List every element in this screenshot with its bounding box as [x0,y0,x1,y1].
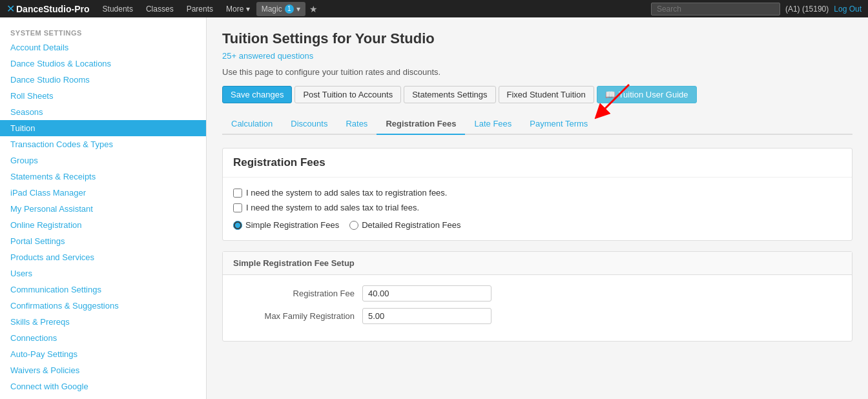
fee-row-registration-fee: Registration Fee [233,285,842,302]
sidebar-item-portal-settings[interactable]: Portal Settings [0,233,206,249]
tab-registration-fees[interactable]: Registration Fees [377,114,465,135]
sidebar-item-account-details[interactable]: Account Details [0,39,206,56]
sidebar-item-transaction-codes---types[interactable]: Transaction Codes & Types [0,136,206,152]
nav-students[interactable]: Students [96,0,140,17]
registration-fees-header: Registration Fees [223,148,852,178]
tab-rates[interactable]: Rates [336,114,377,135]
sidebar-section-title: SYSTEM SETTINGS [0,24,206,39]
nav-magic[interactable]: Magic 1 ▾ [256,2,305,16]
sidebar-item-dance-studio-rooms[interactable]: Dance Studio Rooms [0,72,206,88]
magic-dropdown-icon: ▾ [296,5,300,14]
registration-type-radio-group: Simple Registration Fees Detailed Regist… [233,220,842,230]
topnav-right: (A1) (15190) Log Out [651,3,862,15]
nav-more[interactable]: More ▾ [220,0,256,17]
fixed-student-tuition-button[interactable]: Fixed Student Tuition [499,86,594,103]
sales-tax-registration-checkbox[interactable] [233,189,242,198]
registration-fees-body: I need the system to add sales tax to re… [223,178,852,240]
nav-favorites[interactable]: ★ [305,0,322,17]
sidebar-item-online-registration[interactable]: Online Registration [0,217,206,233]
sidebar-item-roll-sheets[interactable]: Roll Sheets [0,88,206,104]
sidebar-item-statements---receipts[interactable]: Statements & Receipts [0,169,206,185]
nav-parents[interactable]: Parents [180,0,220,17]
sales-tax-trial-label: I need the system to add sales tax to tr… [246,203,419,212]
tab-late-fees[interactable]: Late Fees [465,114,521,135]
search-input[interactable] [651,3,780,15]
fee-setup-body: Registration FeeMax Family Registration [223,275,852,341]
sales-tax-registration-label: I need the system to add sales tax to re… [246,188,447,198]
logo[interactable]: ✕ DanceStudio-Pro [6,3,90,15]
sidebar-item-customize-dsp[interactable]: Customize DSP [0,394,206,399]
detailed-registration-option: Detailed Registration Fees [349,220,460,230]
detailed-registration-radio[interactable] [349,221,358,230]
sidebar-item-auto-pay-settings[interactable]: Auto-Pay Settings [0,346,206,362]
sidebar-item-users[interactable]: Users [0,265,206,281]
fee-label: Registration Fee [233,289,362,298]
book-icon: 📖 [605,90,615,99]
account-info: (A1) (15190) [785,5,829,14]
sidebar-item-connect-with-google[interactable]: Connect with Google [0,378,206,394]
logout-link[interactable]: Log Out [834,5,862,14]
simple-registration-option: Simple Registration Fees [233,220,339,230]
detailed-registration-label: Detailed Registration Fees [362,220,460,230]
page-layout: SYSTEM SETTINGS Account DetailsDance Stu… [0,17,868,399]
sidebar-item-dance-studios---locations[interactable]: Dance Studios & Locations [0,56,206,72]
sidebar-item-waivers---policies[interactable]: Waivers & Policies [0,362,206,378]
fee-setup-card: Simple Registration Fee Setup Registrati… [222,251,852,342]
tab-calculation[interactable]: Calculation [222,114,282,135]
nav-links: Students Classes Parents More ▾ Magic 1 … [96,0,651,17]
save-button[interactable]: Save changes [222,86,292,103]
simple-registration-label: Simple Registration Fees [245,220,339,230]
main-content: Tuition Settings for Your Studio 25+ ans… [207,17,868,399]
tab-discounts[interactable]: Discounts [282,114,336,135]
sidebar-item-confirmations---suggestions[interactable]: Confirmations & Suggestions [0,298,206,314]
nav-classes[interactable]: Classes [140,0,180,17]
fee-input-max-family-registration[interactable] [362,308,491,324]
sidebar-items: Account DetailsDance Studios & Locations… [0,39,206,399]
fee-label: Max Family Registration [233,311,362,321]
tabs-container: CalculationDiscountsRatesRegistration Fe… [222,114,852,135]
magic-badge: 1 [285,5,294,14]
sidebar-item-tuition[interactable]: Tuition [0,120,206,136]
sidebar-item-seasons[interactable]: Seasons [0,104,206,120]
magic-label: Magic [262,5,282,14]
tab-payment-terms[interactable]: Payment Terms [521,114,597,135]
statements-settings-button[interactable]: Statements Settings [404,86,495,103]
sidebar-item-groups[interactable]: Groups [0,152,206,169]
post-tuition-button[interactable]: Post Tuition to Accounts [294,86,401,103]
tabs: CalculationDiscountsRatesRegistration Fe… [222,114,852,135]
registration-fees-section: Registration Fees I need the system to a… [222,148,852,241]
fee-input-registration-fee[interactable] [362,285,491,302]
logo-x-icon: ✕ [6,3,15,15]
sidebar-item-ipad-class-manager[interactable]: iPad Class Manager [0,185,206,201]
sidebar-item-my-personal-assistant[interactable]: My Personal Assistant [0,201,206,217]
checkbox-sales-tax-registration: I need the system to add sales tax to re… [233,188,842,198]
sales-tax-trial-checkbox[interactable] [233,203,242,212]
page-subtitle[interactable]: 25+ answered questions [222,51,852,61]
sidebar: SYSTEM SETTINGS Account DetailsDance Stu… [0,17,207,399]
sidebar-item-products-and-services[interactable]: Products and Services [0,249,206,265]
fee-row-max-family-registration: Max Family Registration [233,308,842,324]
page-description: Use this page to configure your tuition … [222,67,852,77]
sidebar-item-skills---prereqs[interactable]: Skills & Prereqs [0,314,206,330]
registration-fees-title: Registration Fees [233,156,326,169]
top-navigation: ✕ DanceStudio-Pro Students Classes Paren… [0,0,868,17]
fee-setup-header: Simple Registration Fee Setup [223,252,852,275]
page-title: Tuition Settings for Your Studio [222,30,852,47]
buttons-row: Save changes Post Tuition to Accounts St… [222,86,852,103]
tuition-user-guide-button[interactable]: 📖 Tuition User Guide [597,86,697,103]
sidebar-item-communication-settings[interactable]: Communication Settings [0,281,206,298]
logo-text: DanceStudio-Pro [16,4,90,14]
simple-registration-radio[interactable] [233,221,242,230]
sidebar-item-connections[interactable]: Connections [0,330,206,346]
checkbox-sales-tax-trial: I need the system to add sales tax to tr… [233,203,842,212]
